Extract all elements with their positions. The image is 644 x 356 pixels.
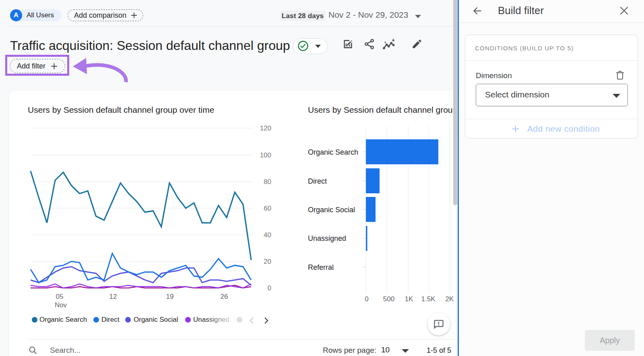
svg-text:Direct: Direct [308, 177, 327, 185]
svg-text:Referral: Referral [308, 263, 334, 271]
svg-text:120: 120 [260, 124, 271, 132]
svg-text:Nov: Nov [55, 301, 67, 309]
svg-text:Organic Search: Organic Search [308, 148, 358, 156]
svg-text:1.5K: 1.5K [421, 295, 436, 303]
svg-text:12: 12 [109, 293, 117, 300]
svg-text:05: 05 [56, 293, 64, 300]
svg-text:100: 100 [260, 151, 271, 159]
svg-text:1K: 1K [405, 295, 413, 303]
svg-text:20: 20 [264, 258, 271, 265]
svg-text:2K: 2K [446, 295, 454, 303]
svg-text:40: 40 [264, 231, 271, 239]
svg-text:Organic Social: Organic Social [308, 206, 355, 214]
svg-text:500: 500 [383, 295, 394, 303]
svg-text:60: 60 [264, 205, 271, 212]
svg-text:Unassigned: Unassigned [308, 234, 346, 242]
svg-text:26: 26 [221, 293, 228, 300]
svg-text:0: 0 [268, 284, 271, 292]
svg-text:19: 19 [166, 293, 174, 300]
svg-text:80: 80 [264, 178, 271, 186]
svg-text:0: 0 [365, 295, 368, 303]
